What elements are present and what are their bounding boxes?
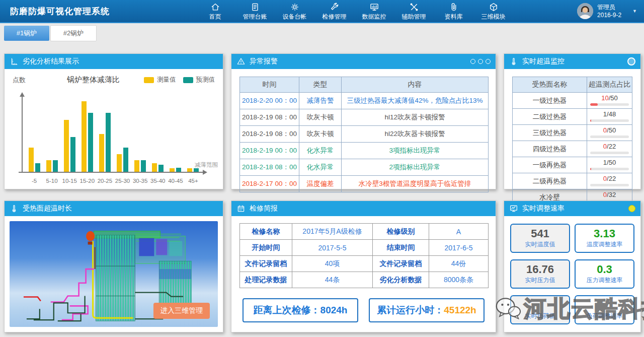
overheat-progress [590,103,629,106]
since-last-label: 距离上次检修： [254,304,320,317]
overheat-row[interactable]: 四级过热器 0/22 [513,141,632,157]
overheat-row[interactable]: 二级再热器 0/22 [513,173,632,189]
overheat-row[interactable]: 二级过热器 1/48 [513,109,632,125]
alarm-row[interactable]: 2018-2-19 08：00 吹灰卡顿 hl22吹灰器卡顿报警 [240,126,489,143]
maint-label: 开始时间 [240,240,292,256]
maint-value: 2017-5-5 [292,240,373,256]
status-dot-icon[interactable] [628,205,635,212]
maintenance-rows: 检修名称 2017年5月A级检修 检修级别 A 开始时间 2017-5-5 结束… [240,224,489,288]
overheat-rows: 一级过热器 10/50 二级过热器 1/48 三级过热器 0/50 四级过热器 … [513,93,632,206]
alarm-row[interactable]: 2018-2-19 08：00 吹灰卡顿 hl12吹灰器卡顿报警 [240,109,489,126]
overheat-row[interactable]: 三级过热器 0/50 [513,125,632,141]
overheat-row[interactable]: 一级再热器 1/50 [513,157,632,173]
nav-item-6[interactable]: 资料库 [434,1,473,21]
surface-name: 一级再热器 [513,157,587,173]
surface-name: 二级过热器 [513,109,587,125]
overheat-col-name: 受热面名称 [513,77,587,93]
bar-predicted [176,168,181,172]
x-tick-label: -5 [26,178,43,184]
maint-label: 文件记录留档 [240,256,292,272]
alarm-type: 化水异常 [299,143,342,159]
alarm-row[interactable]: 2018-2-18 08：00 化水异常 2项指标出现异常 [240,159,489,176]
panel-overheat-title: 实时超温监控 [522,57,565,66]
paperclip-icon [449,2,459,12]
maint-label: 处理记录数据 [240,272,292,288]
alarm-row[interactable]: 2018-2-20 00：00 减薄告警 三级过热器最大减薄值42%，危险点占比… [240,93,489,109]
alarm-row[interactable]: 2018-2-17 00：00 温度偏差 水冷壁3根管道温度明显高于临近管排 [240,176,489,192]
surface-name: 三级过热器 [513,125,587,141]
maint-label: 劣化分析数据 [373,272,429,288]
alarm-table: 时间 类型 内容 2018-2-20 00：00 减薄告警 三级过热器最大减薄值… [239,77,489,192]
legend-entry: 测量值 [144,76,176,84]
overheat-ratio: 0/22 [590,175,629,183]
chart-ylabel: 点数 [13,76,43,85]
maintenance-buttons: 距离上次检修：8024h 累计运行小时：45122h [243,298,485,322]
alarm-content: 水冷壁3根管道温度明显高于临近管排 [342,176,489,192]
panel-degradation-header: 劣化分析结果展示 [5,54,223,69]
panel-maintenance-header: 检修简报 [231,201,496,216]
adjust-card-value [538,299,541,311]
overheat-row[interactable]: 一级过热器 10/50 [513,93,632,109]
ruler-icon [10,57,19,66]
panel-overheat: 实时超温监控 受热面名称 超温测点占比 一级过热器 10/50 二级过热器 1/… [504,53,641,189]
nav: 首页 管理台账 设备台帐 检修管理 数据监控 辅助管理 资料库 三维模块 [195,1,513,21]
nav-item-5[interactable]: 辅助管理 [394,1,434,21]
bar-measured [187,168,192,172]
nav-item-3[interactable]: 检修管理 [314,1,354,21]
total-running-hours-button[interactable]: 累计运行小时：45122h [369,298,485,322]
user-area[interactable]: 管理员 2016-9-2 ▼ [577,3,644,19]
x-tick-label: 15-20 [78,178,96,184]
bar-group [78,101,96,172]
nav-item-0[interactable]: 首页 [195,1,235,21]
dashboard-grid: 劣化分析结果展示 点数 锅炉整体减薄比 测量值 预测值 [0,43,644,332]
tab-boiler-2[interactable]: #2锅炉 [50,25,97,41]
maint-value: 2017-6-5 [429,240,489,256]
panel-alarms-title: 异常报警 [250,57,278,66]
since-last-maintenance-button[interactable]: 距离上次检修：8024h [243,298,358,322]
panel-boiler3d-header: 受热面超温时长 [5,201,223,216]
chevron-down-icon[interactable]: ▼ [632,9,637,14]
nav-item-label: 首页 [209,13,221,21]
overheat-table: 受热面名称 超温测点占比 一级过热器 10/50 二级过热器 1/48 三级过热… [512,77,632,206]
adjust-card-label: 温度调整速率 [587,240,623,249]
overheat-ratio-cell: 1/50 [587,157,632,173]
x-tick-label: 35-40 [149,178,167,184]
alarm-rows: 2018-2-20 00：00 减薄告警 三级过热器最大减薄值42%，危险点占比… [240,93,489,192]
radio-circle-icon[interactable] [627,57,635,65]
maintenance-row: 检修名称 2017年5月A级检修 检修级别 A [240,224,489,240]
alarm-time: 2018-2-18 08：00 [240,159,299,176]
alarm-time: 2018-2-17 00：00 [240,176,299,192]
bar-predicted [141,160,146,172]
maint-value: 8000条条 [429,272,489,288]
panel-degradation-title: 劣化分析结果展示 [23,57,79,66]
ledger-icon [250,2,260,12]
nav-item-label: 管理台账 [243,13,267,21]
x-tick-label: 25-30 [114,178,131,184]
alarm-row[interactable]: 2018-2-19 00：00 化水异常 3项指标出现异常 [240,143,489,159]
adjust-card-0: 541 实时温度值 [510,224,570,253]
nav-item-1[interactable]: 管理台账 [235,1,275,21]
bar-measured [134,160,139,172]
nav-item-label: 检修管理 [323,13,347,21]
tab-boiler-1[interactable]: #1锅炉 [4,26,49,41]
enter-3d-button[interactable]: 进入三维管理 [153,303,210,319]
monitor-chart-icon [509,204,518,213]
alarm-header-dots[interactable] [470,59,491,64]
overheat-col-ratio: 超温测点占比 [587,77,632,93]
bar-measured [170,168,175,172]
panel-adjust: 实时调整速率 541 实时温度值 3.13 温度调整速率 16.76 实时压力值… [504,200,641,332]
bar-group [96,113,113,172]
overheat-ratio: 1/48 [590,111,629,118]
boiler-3d-scene[interactable]: 进入三维管理 [10,221,218,327]
nav-item-7[interactable]: 三维模块 [473,1,513,21]
nav-item-4[interactable]: 数据监控 [354,1,394,21]
overheat-ratio-cell: 0/22 [587,173,632,189]
panel-adjust-title: 实时调整速率 [522,204,565,213]
nav-item-2[interactable]: 设备台帐 [275,1,314,21]
maint-value: A [429,224,489,240]
y-axis [22,94,23,173]
surface-name: 一级过热器 [513,93,587,109]
bar-predicted [70,137,75,172]
maintenance-row: 处理记录数据 44条 劣化分析数据 8000条条 [240,272,489,288]
overheat-progress [590,168,629,170]
